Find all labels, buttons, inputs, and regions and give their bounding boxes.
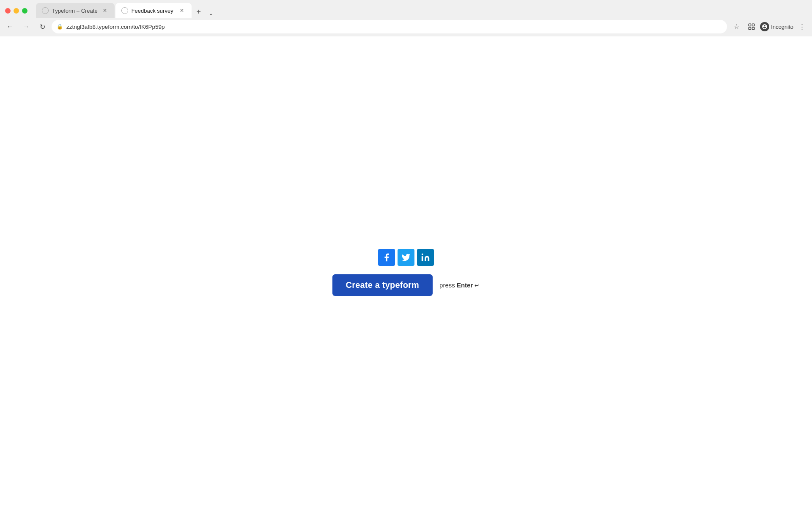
incognito-label: Incognito bbox=[771, 24, 793, 30]
maximize-button[interactable] bbox=[22, 8, 27, 14]
window-controls bbox=[5, 8, 27, 14]
nav-actions: ☆ Incognito ⋮ bbox=[730, 20, 809, 33]
nav-bar: ← → ↻ 🔒 zztngl3afb8.typeform.com/to/IK6P… bbox=[0, 18, 812, 36]
address-text: zztngl3afb8.typeform.com/to/IK6Pp59p bbox=[66, 24, 722, 30]
tab-end: ⌄ bbox=[206, 8, 219, 18]
tab-typeform-favicon bbox=[42, 7, 49, 14]
svg-rect-3 bbox=[752, 28, 754, 30]
close-button[interactable] bbox=[5, 8, 11, 14]
svg-rect-0 bbox=[749, 24, 751, 26]
address-bar[interactable]: 🔒 zztngl3afb8.typeform.com/to/IK6Pp59p bbox=[52, 20, 727, 33]
facebook-button[interactable] bbox=[378, 249, 395, 266]
incognito-badge[interactable]: Incognito bbox=[760, 22, 793, 31]
enter-text: Enter bbox=[457, 282, 475, 289]
minimize-button[interactable] bbox=[14, 8, 19, 14]
tab-typeform-title: Typeform – Create bbox=[52, 8, 98, 14]
svg-point-4 bbox=[422, 253, 423, 255]
facebook-icon bbox=[382, 253, 391, 262]
twitter-icon bbox=[401, 253, 411, 262]
svg-rect-2 bbox=[749, 28, 751, 30]
tab-expand-button[interactable]: ⌄ bbox=[206, 8, 216, 18]
page-content: Create a typeform press Enter ↵ bbox=[0, 36, 812, 508]
forward-button[interactable]: → bbox=[19, 20, 33, 33]
social-icons bbox=[378, 249, 434, 266]
tab-typeform[interactable]: Typeform – Create ✕ bbox=[36, 3, 115, 18]
incognito-icon bbox=[760, 22, 769, 31]
twitter-button[interactable] bbox=[398, 249, 414, 266]
cta-container: Create a typeform press Enter ↵ bbox=[332, 274, 480, 296]
new-tab-button[interactable]: + bbox=[192, 6, 205, 18]
tab-typeform-close[interactable]: ✕ bbox=[101, 7, 109, 14]
back-button[interactable]: ← bbox=[3, 20, 17, 33]
bookmark-button[interactable]: ☆ bbox=[730, 20, 743, 33]
tabs-bar: Typeform – Create ✕ Feedback survey ✕ + … bbox=[33, 3, 223, 18]
tab-feedback-title: Feedback survey bbox=[132, 8, 175, 14]
press-text: press bbox=[439, 282, 457, 289]
browser-chrome: Typeform – Create ✕ Feedback survey ✕ + … bbox=[0, 0, 812, 36]
enter-symbol: ↵ bbox=[475, 282, 480, 289]
create-typeform-button[interactable]: Create a typeform bbox=[332, 274, 433, 296]
menu-button[interactable]: ⋮ bbox=[795, 20, 809, 33]
tab-feedback-close[interactable]: ✕ bbox=[178, 7, 186, 14]
tab-search-button[interactable] bbox=[745, 20, 758, 33]
linkedin-button[interactable] bbox=[417, 249, 434, 266]
reload-button[interactable]: ↻ bbox=[36, 20, 49, 33]
svg-rect-1 bbox=[752, 24, 754, 26]
title-bar: Typeform – Create ✕ Feedback survey ✕ + … bbox=[0, 0, 812, 18]
linkedin-icon bbox=[421, 253, 430, 262]
tab-feedback[interactable]: Feedback survey ✕ bbox=[115, 3, 192, 18]
tab-feedback-favicon bbox=[121, 7, 128, 14]
press-enter-label: press Enter ↵ bbox=[439, 282, 480, 289]
lock-icon: 🔒 bbox=[57, 24, 63, 30]
